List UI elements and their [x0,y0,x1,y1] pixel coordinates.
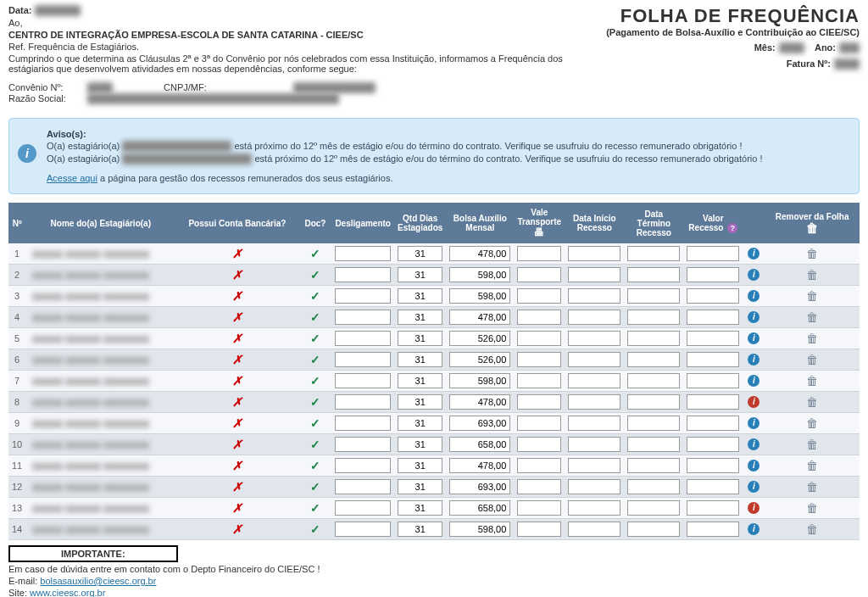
vt-input[interactable] [517,246,561,261]
trash-icon[interactable]: 🗑 [806,332,818,345]
dias-input[interactable] [398,267,442,282]
trash-icon[interactable]: 🗑 [806,395,818,409]
data-termino-input[interactable] [627,479,680,494]
info-icon[interactable]: i [748,311,760,323]
data-inicio-input[interactable] [568,352,620,367]
trash-icon[interactable]: 🗑 [806,438,818,451]
data-inicio-input[interactable] [568,500,620,516]
info-icon[interactable]: i [748,396,760,408]
info-icon[interactable]: i [748,438,760,450]
site-link[interactable]: www.cieesc.org.br [30,588,105,597]
desligamento-input[interactable] [335,500,391,516]
vt-input[interactable] [517,331,561,346]
valor-recesso-input[interactable] [687,500,739,516]
trash-icon[interactable]: 🗑 [806,247,818,260]
vt-input[interactable] [517,288,561,304]
trash-icon[interactable]: 🗑 [806,480,818,494]
info-icon[interactable]: i [748,460,760,471]
dias-input[interactable] [398,352,442,367]
trash-icon[interactable]: 🗑 [806,416,818,430]
valor-recesso-input[interactable] [687,373,739,388]
vt-input[interactable] [517,437,561,452]
desligamento-input[interactable] [335,352,391,367]
valor-recesso-input[interactable] [687,479,739,494]
desligamento-input[interactable] [335,310,391,325]
bolsa-input[interactable] [449,246,510,261]
data-inicio-input[interactable] [568,288,620,304]
data-inicio-input[interactable] [568,479,620,494]
data-termino-input[interactable] [627,437,680,452]
bolsa-input[interactable] [449,267,510,282]
vt-input[interactable] [517,500,561,516]
desligamento-input[interactable] [335,331,391,346]
valor-recesso-input[interactable] [687,288,739,304]
dias-input[interactable] [398,310,442,325]
vt-input[interactable] [517,522,561,537]
bolsa-input[interactable] [449,458,510,473]
trash-icon[interactable]: 🗑 [806,353,818,366]
data-termino-input[interactable] [627,352,680,367]
dias-input[interactable] [398,246,442,261]
desligamento-input[interactable] [335,458,391,473]
question-icon[interactable]: ? [727,223,737,233]
dias-input[interactable] [398,522,442,537]
valor-recesso-input[interactable] [687,310,739,325]
info-icon[interactable]: i [748,375,760,387]
bolsa-input[interactable] [449,479,510,494]
data-inicio-input[interactable] [568,458,620,473]
vt-input[interactable] [517,267,561,282]
dias-input[interactable] [398,479,442,494]
info-icon[interactable]: i [748,248,760,259]
data-termino-input[interactable] [627,500,680,516]
vt-input[interactable] [517,416,561,431]
trash-icon[interactable]: 🗑 [806,522,818,536]
bolsa-input[interactable] [449,522,510,537]
info-icon[interactable]: i [748,269,760,281]
data-inicio-input[interactable] [568,437,620,452]
info-icon[interactable]: i [748,354,760,365]
trash-icon[interactable]: 🗑 [806,459,818,472]
valor-recesso-input[interactable] [687,394,739,410]
aviso-link[interactable]: Acesse aqui [47,173,97,183]
trash-icon[interactable]: 🗑 [806,268,818,282]
data-termino-input[interactable] [627,458,680,473]
data-inicio-input[interactable] [568,310,620,325]
dias-input[interactable] [398,373,442,388]
trash-icon[interactable]: 🗑 [806,310,818,324]
bolsa-input[interactable] [449,352,510,367]
valor-recesso-input[interactable] [687,458,739,473]
vt-input[interactable] [517,479,561,494]
info-icon[interactable]: i [748,332,760,344]
desligamento-input[interactable] [335,437,391,452]
trash-icon[interactable]: 🗑 [806,374,818,388]
info-icon[interactable]: i [748,481,760,493]
vt-input[interactable] [517,394,561,410]
desligamento-input[interactable] [335,267,391,282]
valor-recesso-input[interactable] [687,522,739,537]
dias-input[interactable] [398,437,442,452]
data-termino-input[interactable] [627,310,680,325]
desligamento-input[interactable] [335,394,391,410]
data-inicio-input[interactable] [568,246,620,261]
desligamento-input[interactable] [335,479,391,494]
bolsa-input[interactable] [449,310,510,325]
vt-input[interactable] [517,310,561,325]
dias-input[interactable] [398,416,442,431]
data-inicio-input[interactable] [568,416,620,431]
bolsa-input[interactable] [449,394,510,410]
info-icon[interactable]: i [748,417,760,429]
bolsa-input[interactable] [449,373,510,388]
valor-recesso-input[interactable] [687,331,739,346]
data-termino-input[interactable] [627,267,680,282]
data-inicio-input[interactable] [568,522,620,537]
valor-recesso-input[interactable] [687,437,739,452]
trash-icon[interactable]: 🗑 [806,289,818,303]
info-icon[interactable]: i [748,502,760,514]
vt-input[interactable] [517,352,561,367]
data-termino-input[interactable] [627,416,680,431]
data-termino-input[interactable] [627,288,680,304]
valor-recesso-input[interactable] [687,352,739,367]
dias-input[interactable] [398,288,442,304]
data-termino-input[interactable] [627,246,680,261]
valor-recesso-input[interactable] [687,416,739,431]
